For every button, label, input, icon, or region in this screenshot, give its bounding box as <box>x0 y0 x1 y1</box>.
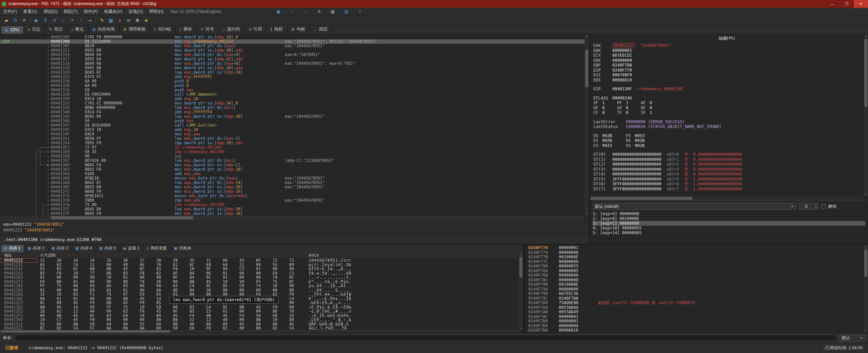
command-profile-select[interactable]: 默认▼ <box>840 335 865 341</box>
menu-item[interactable]: 帮助(H) <box>146 8 166 15</box>
tab-笔记[interactable]: ✎笔记 <box>45 25 67 34</box>
scrollbar-thumb[interactable] <box>864 249 867 277</box>
menu-item[interactable]: 跟踪(T) <box>61 8 81 15</box>
stack-row[interactable]: 0240F7A80053AD49 <box>525 310 868 315</box>
register-row-edi[interactable]: EDI80006010 <box>593 78 868 83</box>
stack-row[interactable]: 0240F7AC00000001 <box>525 315 868 319</box>
restart-icon[interactable]: ↻ <box>11 16 20 24</box>
menu-item[interactable]: 查看(V) <box>20 8 40 15</box>
memory-dump-view[interactable]: 地址 十六进制 ASCII 00401222313034343536373839… <box>0 252 523 333</box>
dump-row[interactable]: 0040125283F810770683F8020F8406010000E9C3… <box>0 271 523 276</box>
run-icon[interactable]: ▶ <box>32 16 41 24</box>
dump-tab-内存 3[interactable]: ▦内存 3 <box>48 244 72 252</box>
register-row-eax[interactable]: EAX00401222"10445678951" <box>593 43 868 48</box>
stack-row[interactable]: 0240F77C00000000 <box>525 260 868 264</box>
register-row-esi[interactable]: ESI000709F0 <box>593 73 868 78</box>
minimize-button[interactable]: — <box>825 0 840 8</box>
register-row-eflags[interactable]: EFLAGS00000246 <box>593 96 868 101</box>
trace-icon[interactable]: ≋ <box>124 16 133 24</box>
register-row-ecx[interactable]: ECX667EECEE <box>593 53 868 58</box>
registers-horizontal-scrollbar[interactable] <box>590 196 864 201</box>
stack-vertical-scrollbar[interactable]: ▲ ▼ <box>864 245 868 332</box>
registers-vertical-scrollbar[interactable]: ▲ ▼ <box>864 34 868 196</box>
dump-tab-内存 1[interactable]: ▦内存 1 <box>1 244 24 252</box>
stack-row[interactable]: 0240F77000000001 <box>525 246 868 250</box>
step-out-icon[interactable]: ↑ <box>76 16 85 24</box>
stack-row[interactable]: 0240F7780010008E <box>525 255 868 260</box>
menu-item[interactable]: 调试(D) <box>40 8 61 15</box>
scrollbar-thumb[interactable] <box>585 50 588 87</box>
tab-断点[interactable]: ●断点 <box>67 25 88 34</box>
argument-row[interactable]: 3: [esp+C] 00000000 <box>593 221 865 226</box>
dump-row[interactable]: 004012E22DA212400083F8450F85230100008D76… <box>0 309 523 314</box>
flags-row[interactable]: ZF1PF1AF0 <box>593 100 868 106</box>
stack-row[interactable]: 0240F78400000005 <box>525 269 868 274</box>
settings-icon[interactable]: ✱ <box>133 16 142 24</box>
dump-vertical-scrollbar[interactable]: ▲ ▼ <box>519 252 523 330</box>
argument-row[interactable]: 4: [esp+10] 00000055 <box>593 226 865 230</box>
last-error-row[interactable]: LastError00000000 (ERROR_SUCCESS) <box>593 119 868 125</box>
font-icon[interactable]: A <box>316 9 322 14</box>
stack-row[interactable]: 0240F7B000000001 <box>525 319 868 324</box>
maximize-button[interactable]: ❐ <box>840 0 854 8</box>
last-status-row[interactable]: LastStatusC0000034 (STATUS_OBJECT_NAME_N… <box>593 124 868 129</box>
dump-row[interactable]: 004012D28B451450FF7510E80083C40C8B45F089… <box>0 305 523 310</box>
arrow-up-icon[interactable]: ↑ <box>289 9 295 14</box>
dump-row[interactable]: 0040130210C745F000000000B8221240008B1089… <box>0 318 523 322</box>
stack-row[interactable]: 0240F7B400000000 <box>525 324 868 329</box>
stack-row[interactable]: 0240F78C0000000D <box>525 278 868 283</box>
stack-view[interactable]: 0240F770000000010240F7740000000D0240F778… <box>525 245 868 333</box>
dump-tab-监视 1[interactable]: ◉监视 1 <box>120 244 143 252</box>
dump-tab-局部变量[interactable]: ƒ局部变量 <box>144 244 171 252</box>
stack-row[interactable]: 0240F798667EEC36 <box>525 292 868 296</box>
st-register-row[interactable]: ST(7)3FFF8000000000000000x87r7空1.0000000… <box>593 187 868 192</box>
st-register-row[interactable]: ST(3)00000000000000000000x87r3空0.0000000… <box>593 167 868 172</box>
close-debuggee-icon[interactable]: ✕ <box>20 16 28 24</box>
menu-item[interactable]: 收藏夹(V) <box>101 8 125 15</box>
dump-tab-结构体[interactable]: ▣结构体 <box>171 244 195 252</box>
tab-CPU[interactable]: ▥CPU <box>1 26 24 34</box>
tab-引用[interactable]: ⇉引用 <box>244 25 266 34</box>
calling-convention-select[interactable]: 默认 (stdcall)▼ <box>593 203 796 210</box>
flags-row[interactable]: OF0SF0DF0 <box>593 106 868 111</box>
menu-item[interactable]: 文件(F) <box>0 8 20 15</box>
restart-hard-icon[interactable]: ↺ <box>50 16 59 24</box>
register-row-ebp[interactable]: EBP0240F7D8 <box>593 63 868 68</box>
disasm-horizontal-scrollbar[interactable] <box>0 216 585 220</box>
tab-线程[interactable]: ∥线程 <box>267 25 287 34</box>
close-button[interactable]: ✕ <box>854 0 868 8</box>
scrollbar-thumb[interactable] <box>519 257 522 277</box>
segment-row[interactable]: CS0023SS002B <box>593 143 868 148</box>
st-register-row[interactable]: ST(2)00000000000000000000x87r2空0.0000000… <box>593 162 868 167</box>
arrow-down-icon[interactable]: ↓ <box>302 9 309 14</box>
pause-icon[interactable]: ‖ <box>41 16 50 24</box>
st-register-row[interactable]: ST(5)3FFF8000000000000000x87r5空1.0000000… <box>593 177 868 182</box>
dump-row[interactable]: 004012F2008B450C83E8108945F48B45F450E82E… <box>0 314 523 318</box>
tab-内存布局[interactable]: ▤内存布局 <box>88 25 119 34</box>
pencil-icon[interactable]: ✎ <box>98 16 106 24</box>
argument-row[interactable]: 1: [esp+4] 0000000D <box>593 211 865 216</box>
dump-row[interactable]: 0040131255D08B50048955D48B40088945D88D45… <box>0 322 523 327</box>
open-folder-icon[interactable]: ▰ <box>2 16 11 24</box>
argument-row[interactable]: 5: [esp+14] 00000005 <box>593 230 865 235</box>
help-icon[interactable]: ? <box>357 9 363 14</box>
dump-row[interactable]: 00401282FF7508E8A503000083C40C85C0741890… <box>0 284 523 288</box>
run-to-cursor-icon[interactable]: ⇥ <box>85 16 94 24</box>
dump-tab-内存 5[interactable]: ▦内存 5 <box>96 244 120 252</box>
register-row-ebx[interactable]: EBX00000001 <box>593 48 868 53</box>
stack-row[interactable]: 0240F7A075ADDE8D返回到 user32.75ADDE8D 自 us… <box>525 301 868 305</box>
dump-tab-内存 2[interactable]: ▦内存 2 <box>24 244 48 252</box>
stack-row[interactable]: 0240F79C0240F7B8 <box>525 296 868 301</box>
scrollbar-thumb[interactable] <box>591 197 692 200</box>
command-input[interactable] <box>15 335 837 341</box>
terminal-icon[interactable]: ▣ <box>275 9 281 14</box>
argument-row[interactable]: 2: [esp+8] 0010008E <box>593 216 865 221</box>
menu-item[interactable]: 选项(O) <box>125 8 146 15</box>
dump-row[interactable]: 004012326563742100496E76616C696421005589… <box>0 263 523 267</box>
stack-row[interactable]: 0240F7A40053A00A <box>525 305 868 310</box>
dump-horizontal-scrollbar[interactable] <box>0 330 519 333</box>
tab-跟踪[interactable]: →跟踪 <box>310 25 332 34</box>
tab-符号[interactable]: ✦符号 <box>197 25 218 34</box>
stack-row[interactable]: 0240F78800000000 <box>525 273 868 278</box>
step-over-icon[interactable]: ↷ <box>67 16 76 24</box>
